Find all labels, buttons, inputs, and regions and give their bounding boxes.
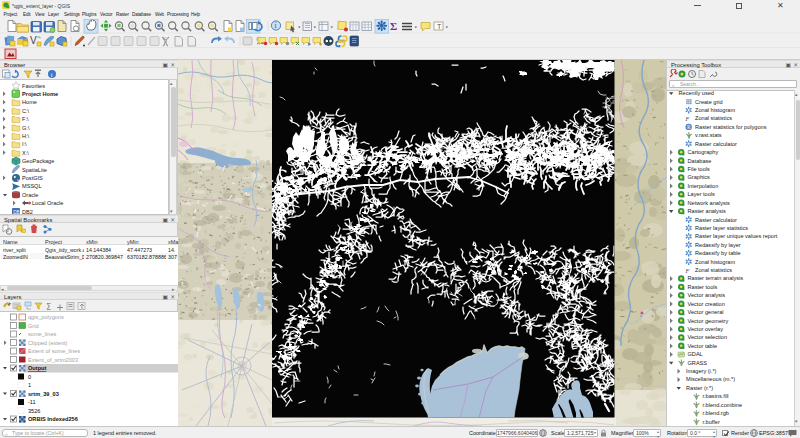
- svg-text:Raster statistics for polygons: Raster statistics for polygons: [695, 124, 767, 130]
- svg-text:F:\: F:\: [22, 116, 29, 122]
- svg-text:Extent of some_lines: Extent of some_lines: [28, 348, 80, 354]
- svg-text:DB2: DB2: [22, 209, 33, 215]
- svg-text:I:\: I:\: [22, 141, 27, 147]
- svg-text:3526: 3526: [28, 408, 40, 414]
- svg-text:Zonal statistics: Zonal statistics: [695, 115, 732, 121]
- svg-text:Vector general: Vector general: [688, 309, 724, 315]
- svg-text:Favorites: Favorites: [22, 83, 45, 89]
- svg-text:Clipped (extent): Clipped (extent): [28, 340, 68, 346]
- svg-text:1: 1: [28, 382, 31, 388]
- svg-text:some_lines: some_lines: [28, 331, 56, 337]
- svg-text:F: F: [685, 116, 690, 122]
- svg-text:Zonal histogram: Zonal histogram: [695, 107, 735, 113]
- svg-text:i: i: [51, 71, 53, 78]
- svg-text:GDAL: GDAL: [688, 351, 703, 357]
- svg-text:Zonal histogram: Zonal histogram: [695, 259, 735, 265]
- svg-text:Raster terrain analysis: Raster terrain analysis: [688, 275, 744, 281]
- svg-text:ORBIS Indexed256: ORBIS Indexed256: [28, 416, 78, 422]
- svg-text:Raster (r.*): Raster (r.*): [686, 385, 713, 391]
- svg-text:r.blend.combine: r.blend.combine: [703, 402, 743, 408]
- svg-text:Raster layer statistics: Raster layer statistics: [695, 225, 748, 231]
- svg-text:i: i: [275, 21, 277, 30]
- svg-text:Vector geometry: Vector geometry: [688, 318, 729, 324]
- svg-text:R: R: [687, 124, 691, 130]
- svg-text:Grid: Grid: [28, 323, 39, 329]
- svg-text:Network analysis: Network analysis: [688, 200, 730, 206]
- svg-text:Create grid: Create grid: [695, 99, 723, 105]
- svg-text:X:\: X:\: [22, 150, 29, 156]
- svg-text:Interpolation: Interpolation: [688, 183, 719, 189]
- svg-text:GeoPackage: GeoPackage: [22, 158, 54, 164]
- svg-text:V: V: [30, 35, 37, 46]
- svg-text:Redassify by table: Redassify by table: [695, 250, 741, 256]
- svg-text:SpatiaLite: SpatiaLite: [22, 167, 47, 173]
- svg-text:G:\: G:\: [22, 125, 30, 131]
- svg-text:Raster layer unique values rep: Raster layer unique values report: [695, 233, 778, 239]
- svg-text:Vector selection: Vector selection: [688, 334, 728, 340]
- svg-text:Vector analysis: Vector analysis: [688, 292, 726, 298]
- svg-text:H:\: H:\: [22, 133, 30, 139]
- svg-text:Vector overlay: Vector overlay: [688, 326, 724, 332]
- svg-text:PostGIS: PostGIS: [22, 175, 43, 181]
- svg-text:Extent_of_srtm2003: Extent_of_srtm2003: [28, 357, 78, 363]
- svg-text:∑: ∑: [46, 302, 51, 310]
- svg-text:qgis_polygons: qgis_polygons: [28, 314, 64, 320]
- svg-text:Layer tools: Layer tools: [688, 191, 716, 197]
- svg-text:Vector creation: Vector creation: [688, 301, 725, 307]
- svg-text:Database: Database: [688, 158, 712, 164]
- svg-text:Raster calculator: Raster calculator: [695, 217, 737, 223]
- svg-text:Cartography: Cartography: [688, 149, 719, 155]
- svg-text:Raster tools: Raster tools: [688, 284, 718, 290]
- svg-text:Imagery (i.*): Imagery (i.*): [686, 368, 717, 374]
- svg-text:Recently used: Recently used: [679, 90, 714, 96]
- svg-text:Σ: Σ: [390, 20, 397, 32]
- svg-text:T: T: [437, 23, 442, 30]
- svg-text:0: 0: [28, 374, 31, 380]
- svg-text:C:\: C:\: [22, 108, 30, 114]
- svg-text:MSSQL: MSSQL: [22, 183, 42, 189]
- svg-text:Output: Output: [28, 365, 46, 371]
- svg-text:r.buffer: r.buffer: [703, 419, 720, 425]
- svg-text:DB: DB: [13, 210, 19, 215]
- svg-text:-11: -11: [28, 399, 36, 405]
- svg-text:Local Oracle: Local Oracle: [32, 200, 63, 206]
- svg-text:Raster calculator: Raster calculator: [695, 141, 737, 147]
- svg-text:r.blend.rgb: r.blend.rgb: [703, 410, 729, 416]
- svg-text:Vector table: Vector table: [688, 343, 718, 349]
- svg-text:srtm_39_03: srtm_39_03: [28, 391, 59, 397]
- svg-text:r.basins.fill: r.basins.fill: [703, 393, 729, 399]
- svg-text:Project Home: Project Home: [22, 91, 58, 97]
- svg-text:Redassify by layer: Redassify by layer: [695, 242, 741, 248]
- svg-text:Home: Home: [22, 99, 37, 105]
- svg-text:Oracle: Oracle: [22, 192, 38, 198]
- svg-text:GRASS: GRASS: [688, 360, 708, 366]
- svg-text:Zonal statistics: Zonal statistics: [695, 267, 732, 273]
- svg-text:Graphics: Graphics: [688, 174, 711, 180]
- svg-text:File tools: File tools: [688, 166, 711, 172]
- svg-text:F: F: [685, 268, 690, 274]
- svg-text:v.rast.stats: v.rast.stats: [695, 132, 722, 138]
- svg-text:Miscellaneous (m.*): Miscellaneous (m.*): [686, 376, 735, 382]
- svg-text:Raster analysis: Raster analysis: [688, 208, 726, 214]
